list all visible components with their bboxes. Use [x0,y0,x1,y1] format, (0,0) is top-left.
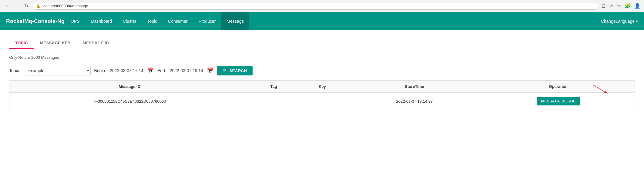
navbar-links: Dashboard Cluster Topic Consumer Produce… [86,12,601,30]
chevron-down-icon: ▾ [636,19,638,24]
refresh-button[interactable]: ↻ [23,2,29,9]
table-header-row: Message ID Tag Key StoreTime Operation [9,81,635,93]
tab-topic[interactable]: TOPIC [9,38,34,49]
col-store-time: StoreTime [347,81,482,93]
address-bar[interactable]: 🔒 localhost:8080/#/message [32,2,599,10]
navbar: RocketMq-Console-Ng OPS Dashboard Cluste… [0,12,644,30]
col-operation: Operation [482,81,635,93]
col-key: Key [298,81,347,93]
nav-message[interactable]: Message [221,12,250,30]
nav-consumer[interactable]: Consumer [163,12,193,30]
nav-topic[interactable]: Topic [142,12,163,30]
tab-message-key[interactable]: MESSAGE KEY [34,38,77,49]
col-message-id: Message ID [9,81,250,93]
begin-label: Begin: [94,68,106,73]
navbar-brand: RocketMq-Console-Ng [6,18,65,25]
lock-icon: 🔒 [36,4,41,8]
main-content: TOPIC MESSAGE KEY MESSAGE ID Only Return… [0,30,644,117]
change-language[interactable]: ChangeLanguage ▾ [601,19,638,24]
begin-calendar-icon[interactable]: 📅 [147,67,154,74]
forward-button[interactable]: → [13,3,21,9]
search-icon: 🔍 [223,68,228,73]
search-button[interactable]: 🔍 SEARCH [217,66,252,75]
table-row: 7F000001153C45C7E40322D050760000 2022-03… [9,93,635,110]
translate-icon[interactable]: ⊡ [602,3,605,9]
nav-dashboard[interactable]: Dashboard [86,12,118,30]
begin-value: 2022-03-07 17:14 [110,68,143,73]
browser-chrome: ← → ↻ 🔒 localhost:8080/#/message ⊡ ↗ ☆ 🧩… [0,0,644,12]
cell-key [298,93,347,110]
message-detail-button[interactable]: MESSAGE DETAIL [537,97,580,105]
topic-select[interactable]: example [24,66,91,75]
url-text: localhost:8080/#/message [42,4,595,8]
nav-producer[interactable]: Producer [193,12,221,30]
cell-operation: MESSAGE DETAIL [482,93,635,110]
extensions-icon[interactable]: 🧩 [625,3,631,9]
profile-icon[interactable]: 👤 [634,3,640,9]
browser-toolbar-icons: ⊡ ↗ ☆ 🧩 👤 [602,3,640,9]
search-bar: Topic: example Begin: 2022-03-07 17:14 📅… [9,66,635,75]
tab-message-id[interactable]: MESSAGE ID [77,38,115,49]
cell-message-id: 7F000001153C45C7E40322D050760000 [9,93,250,110]
end-value: 2022-03-07 19:14 [170,68,203,73]
notice-text: Only Return 2000 Messages [9,55,635,60]
cell-store-time: 2022-03-07 18:14:37 [347,93,482,110]
bookmark-icon[interactable]: ☆ [617,3,621,9]
end-label: End: [157,68,166,73]
nav-cluster[interactable]: Cluster [117,12,142,30]
message-table: Message ID Tag Key StoreTime Operation 7… [9,80,635,110]
col-tag: Tag [250,81,298,93]
navbar-ops[interactable]: OPS [71,19,80,24]
share-icon[interactable]: ↗ [609,3,613,9]
cell-tag [250,93,298,110]
tab-bar: TOPIC MESSAGE KEY MESSAGE ID [9,38,635,49]
topic-label: Topic: [9,68,20,73]
back-button[interactable]: ← [4,3,11,9]
end-calendar-icon[interactable]: 📅 [207,67,213,74]
